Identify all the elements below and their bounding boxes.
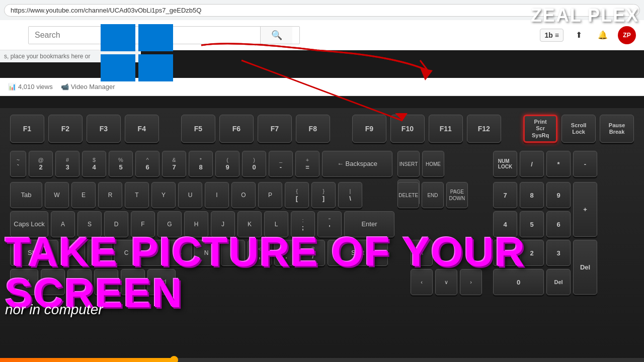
bell-icon: 🔔	[598, 30, 608, 40]
minus-key[interactable]: _-	[269, 151, 293, 177]
account-button[interactable]: ZP	[618, 26, 636, 44]
chart-icon: 📊	[8, 83, 16, 90]
notification-button[interactable]: 🔔	[594, 26, 612, 44]
t-key[interactable]: T	[125, 182, 149, 208]
insert-key[interactable]: INSERT	[397, 151, 420, 177]
w-key[interactable]: W	[45, 182, 69, 208]
o-key[interactable]: O	[231, 182, 256, 208]
f6-key[interactable]: F6	[219, 115, 254, 143]
win-pane-tr	[138, 24, 173, 51]
p-key[interactable]: P	[258, 182, 282, 208]
prtsc-key[interactable]: PrintScrSysRq	[523, 115, 557, 143]
np-multiply-key[interactable]: *	[546, 151, 571, 177]
progress-dot[interactable]	[170, 356, 178, 362]
upload-button[interactable]: ⬆	[570, 26, 588, 44]
windows-logo-grid	[97, 20, 177, 85]
np-minus-key[interactable]: -	[573, 151, 597, 177]
e-key[interactable]: E	[71, 182, 96, 208]
f12-key[interactable]: F12	[467, 115, 501, 143]
num9-key[interactable]: (9	[215, 151, 239, 177]
pause-label: PauseBreak	[609, 122, 625, 135]
badge-label: 1b	[544, 31, 552, 39]
equals-key[interactable]: +=	[295, 151, 319, 177]
scroll-lock-key[interactable]: ScrollLock	[561, 115, 596, 143]
watermark: ZEAL PLEX	[531, 5, 639, 26]
pagedown-key[interactable]: PAGEDOWN	[446, 182, 468, 208]
upload-icon: ⬆	[576, 30, 582, 40]
num0-key[interactable]: )0	[242, 151, 266, 177]
tilde-key[interactable]: ~`	[10, 151, 26, 177]
f4-key[interactable]: F4	[125, 115, 159, 143]
search-icon: 🔍	[271, 30, 282, 41]
u-key[interactable]: U	[178, 182, 202, 208]
channel-views: 📊 4,010 views	[8, 83, 53, 90]
fkey-row: F1 F2 F3 F4 F5 F6 F7 F8 F9 F10 F11 F12 P…	[0, 115, 644, 143]
f10-key[interactable]: F10	[390, 115, 425, 143]
f9-key[interactable]: F9	[352, 115, 386, 143]
num2-key[interactable]: @2	[29, 151, 53, 177]
num3-key[interactable]: #3	[55, 151, 79, 177]
video-icon: 📹	[61, 83, 69, 90]
np-plus-key[interactable]: +	[573, 182, 597, 237]
progress-bar-container[interactable]	[0, 358, 644, 362]
search-button[interactable]: 🔍	[260, 27, 292, 44]
f11-key[interactable]: F11	[429, 115, 463, 143]
np9-key[interactable]: 9	[546, 182, 571, 208]
progress-bar-fill	[0, 358, 174, 362]
f3-key[interactable]: F3	[87, 115, 121, 143]
scroll-label: ScrollLock	[571, 122, 587, 135]
f1-key[interactable]: F1	[10, 115, 44, 143]
end-key[interactable]: END	[422, 182, 443, 208]
f7-key[interactable]: F7	[258, 115, 292, 143]
y-key[interactable]: Y	[151, 182, 176, 208]
f2-key[interactable]: F2	[48, 115, 83, 143]
delete-key[interactable]: DELETE	[397, 182, 419, 208]
menu-icon: ≡	[555, 31, 559, 39]
bookmark-text: s, place your bookmarks here or	[4, 53, 90, 60]
pipe-key[interactable]: |\	[338, 182, 362, 208]
num6-key[interactable]: ^6	[135, 151, 159, 177]
np8-key[interactable]: 8	[520, 182, 544, 208]
i-key[interactable]: I	[205, 182, 229, 208]
win-pane-br	[138, 54, 173, 81]
prtsc-label: PrintScrSysRq	[532, 119, 549, 139]
qwerty-row: Tab Q W E R T Y U I O P {[ }] |\	[0, 182, 372, 208]
num5-key[interactable]: %5	[109, 151, 133, 177]
np-divide-key[interactable]: /	[520, 151, 544, 177]
numlock-key[interactable]: NUMLOCK	[493, 151, 517, 177]
num4-key[interactable]: $4	[82, 151, 106, 177]
numpad-top: NUMLOCK / * -	[493, 151, 604, 177]
nav-cluster-row2: DELETE END PAGEDOWN	[397, 182, 468, 208]
r-key[interactable]: R	[98, 182, 122, 208]
right-icons: 1b ≡ ⬆ 🔔 ZP	[540, 26, 636, 44]
windows-logo	[97, 20, 192, 98]
win-pane-tl	[101, 24, 135, 51]
num7-key[interactable]: &7	[162, 151, 186, 177]
account-icon: ZP	[623, 32, 630, 39]
f8-key[interactable]: F8	[296, 115, 330, 143]
win-pane-bl	[101, 54, 135, 81]
badge-button[interactable]: 1b ≡	[540, 29, 564, 42]
home-key[interactable]: HOME	[422, 151, 444, 177]
np7-key[interactable]: 7	[493, 182, 517, 208]
lbracket-key[interactable]: {[	[285, 182, 309, 208]
num8-key[interactable]: *8	[189, 151, 213, 177]
pause-break-key[interactable]: PauseBreak	[600, 115, 634, 143]
tab-key[interactable]: Tab	[10, 182, 42, 208]
backspace-key[interactable]: ← Backspace	[322, 151, 392, 177]
rbracket-key[interactable]: }]	[311, 182, 336, 208]
subtitle-text: nor in computer	[0, 302, 108, 318]
f5-key[interactable]: F5	[181, 115, 215, 143]
